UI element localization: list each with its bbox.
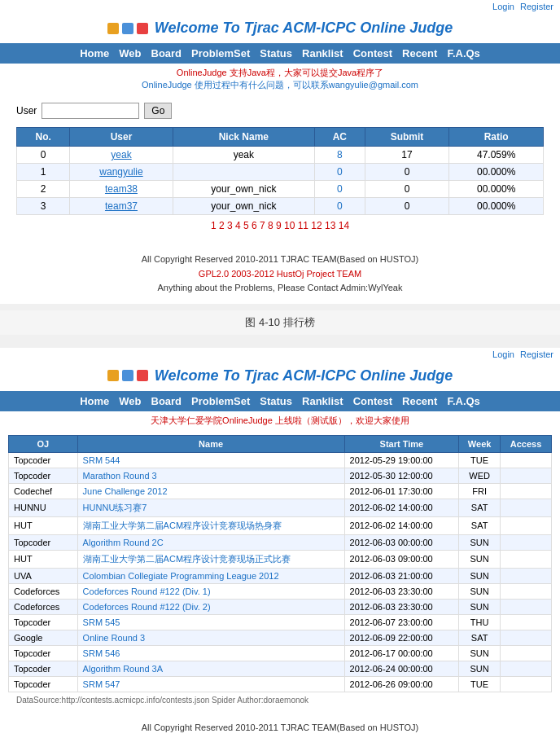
contest-row: Codechef June Challenge 2012 2012-06-01 …	[9, 483, 552, 499]
register-link[interactable]: Register	[520, 2, 553, 11]
nav-ranklist[interactable]: Ranklist	[302, 47, 343, 59]
section-ranklist: Login Register Welcome To Tjrac ACM-ICPC…	[0, 0, 560, 304]
cell-no: 1	[17, 164, 70, 181]
cell-oj: Topcoder	[9, 645, 78, 661]
cell-week: SAT	[459, 630, 501, 645]
rank-tbody: 0 yeak yeak 8 17 47.059% 1 wangyulie 0 0…	[17, 147, 544, 215]
nav-web[interactable]: Web	[119, 47, 141, 59]
figure-label-1: 图 4-10 排行榜	[0, 310, 560, 335]
cell-name[interactable]: Algorithm Round 2C	[77, 534, 344, 550]
cell-name[interactable]: SRM 545	[77, 614, 344, 630]
gpl-link[interactable]: GPL2.0 2003-2012 HustOj Project TEAM	[199, 269, 361, 279]
nav-board[interactable]: Board	[151, 47, 182, 59]
nav2-faq[interactable]: F.A.Qs	[447, 395, 479, 407]
cell-access	[500, 516, 551, 534]
register-link-2[interactable]: Register	[520, 349, 553, 359]
cell-user[interactable]: wangyulie	[70, 164, 173, 181]
nav-contest[interactable]: Contest	[353, 47, 392, 59]
col-no: No.	[17, 128, 70, 147]
cell-access	[500, 499, 551, 516]
site-logo-2	[107, 370, 148, 381]
nav2-home[interactable]: Home	[80, 395, 109, 407]
login-link-2[interactable]: Login	[492, 349, 514, 359]
cell-name[interactable]: Algorithm Round 3A	[77, 661, 344, 676]
user-search: User Go	[16, 103, 544, 119]
col-oj: OJ	[9, 435, 78, 452]
cell-access	[500, 583, 551, 599]
nav-faq[interactable]: F.A.Qs	[447, 47, 479, 59]
notice-line1: OnlineJudge 支持Java程，大家可以提交Java程序了	[3, 67, 557, 79]
table-row: 0 yeak yeak 8 17 47.059%	[17, 147, 544, 164]
page-links[interactable]: 1 2 3 4 5 6 7 8 9 10 11 12 13 14	[211, 220, 349, 231]
cell-nick: yeak	[173, 147, 314, 164]
cell-week: TUE	[459, 676, 501, 692]
site-title-2: Welcome To Tjrac ACM-ICPC Online Judge	[155, 367, 453, 384]
main-nav-2: Home Web Board ProblemSet Status Ranklis…	[0, 391, 560, 411]
cell-name[interactable]: Codeforces Round #122 (Div. 1)	[77, 583, 344, 599]
cell-access	[500, 630, 551, 645]
nav2-recent[interactable]: Recent	[402, 395, 437, 407]
cell-oj: HUNNU	[9, 499, 78, 516]
cell-ratio: 00.000%	[449, 164, 544, 181]
cell-start: 2012-06-01 17:30:00	[344, 483, 459, 499]
cell-name[interactable]: Codeforces Round #122 (Div. 2)	[77, 599, 344, 614]
cell-start: 2012-05-29 19:00:00	[344, 452, 459, 468]
nav2-web[interactable]: Web	[119, 395, 141, 407]
cell-submit: 0	[365, 198, 449, 215]
nav2-status[interactable]: Status	[260, 395, 292, 407]
cell-name[interactable]: June Challenge 2012	[77, 483, 344, 499]
cell-no: 0	[17, 147, 70, 164]
cell-name[interactable]: 湖南工业大学第二届ACM程序设计竞赛现场热身赛	[77, 516, 344, 534]
nav2-contest[interactable]: Contest	[353, 395, 392, 407]
cell-start: 2012-06-02 14:00:00	[344, 516, 459, 534]
cell-name[interactable]: 湖南工业大学第二届ACM程序设计竞赛现场正式比赛	[77, 550, 344, 568]
cell-access	[500, 534, 551, 550]
cell-week: SUN	[459, 534, 501, 550]
notice-line2: OnlineJudge 使用过程中有什么问题，可以联系wangyulie@gma…	[3, 79, 557, 91]
table-row: 1 wangyulie 0 0 00.000%	[17, 164, 544, 181]
cell-name[interactable]: SRM 547	[77, 676, 344, 692]
cell-nick: your_own_nick	[173, 198, 314, 215]
content-area-2: OJ Name Start Time Week Access Topcoder …	[0, 430, 560, 713]
nav2-problemset[interactable]: ProblemSet	[191, 395, 250, 407]
cell-user[interactable]: yeak	[70, 147, 173, 164]
cell-name[interactable]: SRM 544	[77, 452, 344, 468]
nav-problemset[interactable]: ProblemSet	[191, 47, 250, 59]
cell-user[interactable]: team37	[70, 198, 173, 215]
col-nick: Nick Name	[173, 128, 314, 147]
cell-week: SUN	[459, 661, 501, 676]
login-link[interactable]: Login	[492, 2, 514, 11]
cell-ac: 0	[315, 164, 365, 181]
nav-status[interactable]: Status	[260, 47, 292, 59]
nav-recent[interactable]: Recent	[402, 47, 437, 59]
cell-user[interactable]: team38	[70, 181, 173, 198]
col-ratio: Ratio	[449, 128, 544, 147]
cell-start: 2012-06-26 09:00:00	[344, 676, 459, 692]
cell-name[interactable]: HUNNU练习赛7	[77, 499, 344, 516]
user-input[interactable]	[42, 103, 139, 119]
cell-access	[500, 483, 551, 499]
cell-start: 2012-06-17 00:00:00	[344, 645, 459, 661]
go-button[interactable]: Go	[144, 103, 172, 119]
cell-week: WED	[459, 468, 501, 483]
content-area: User Go No. User Nick Name AC Submit Rat…	[0, 94, 560, 244]
cell-name[interactable]: Online Round 3	[77, 630, 344, 645]
table-header-row: No. User Nick Name AC Submit Ratio	[17, 128, 544, 147]
cell-name[interactable]: Colombian Collegiate Programming League …	[77, 568, 344, 583]
cell-name[interactable]: SRM 546	[77, 645, 344, 661]
cell-access	[500, 468, 551, 483]
nav2-ranklist[interactable]: Ranklist	[302, 395, 343, 407]
cell-start: 2012-06-03 23:30:00	[344, 583, 459, 599]
cell-name[interactable]: Marathon Round 3	[77, 468, 344, 483]
footer-line2: GPL2.0 2003-2012 HustOj Project TEAM	[8, 267, 552, 282]
cell-access	[500, 550, 551, 568]
col-ac: AC	[315, 128, 365, 147]
cell-access	[500, 676, 551, 692]
cell-submit: 0	[365, 181, 449, 198]
nav2-board[interactable]: Board	[151, 395, 182, 407]
cell-access	[500, 568, 551, 583]
nav-home[interactable]: Home	[80, 47, 109, 59]
cell-oj: Google	[9, 630, 78, 645]
cell-week: SUN	[459, 599, 501, 614]
logo-box-2	[122, 23, 133, 34]
